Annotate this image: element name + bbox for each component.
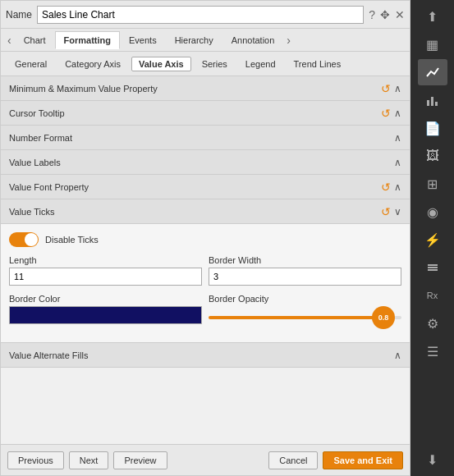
subtab-category-axis[interactable]: Category Axis [57, 57, 128, 71]
length-label: Length [9, 255, 202, 265]
nav-tabs: ‹ Chart Formatting Events Hierarchy Anno… [1, 29, 410, 52]
section-cursor-tooltip[interactable]: Cursor Tooltip ↺ ∧ [1, 101, 410, 126]
svg-rect-5 [428, 269, 438, 271]
tab-formatting[interactable]: Formatting [55, 31, 120, 49]
subtab-series[interactable]: Series [195, 57, 235, 71]
side-document-icon[interactable]: 📄 [418, 115, 447, 141]
chevron-up-min-max[interactable]: ∧ [394, 83, 401, 94]
subtab-general[interactable]: General [7, 57, 54, 71]
chevron-up-value-labels[interactable]: ∧ [394, 157, 401, 168]
footer-left: Previous Next Preview [7, 451, 167, 469]
section-min-max-label: Minimum & Maximum Value Property [9, 84, 381, 94]
section-number-format[interactable]: Number Format ∧ [1, 126, 410, 150]
section-value-font[interactable]: Value Font Property ↺ ∧ [1, 175, 410, 199]
disable-ticks-toggle[interactable] [9, 232, 39, 247]
side-panel: ⬆ ▦ 📄 🖼 ⊞ ◉ ⚡ Rx ⚙ ☰ ⬇ [410, 0, 454, 476]
chevron-down-ticks[interactable]: ∨ [394, 206, 401, 217]
side-gauge-icon[interactable]: ◉ [418, 199, 447, 225]
side-layers-icon[interactable] [418, 254, 447, 281]
footer-right: Cancel Save and Exit [268, 451, 403, 469]
section-alt-fills-icons: ∧ [394, 350, 401, 361]
section-min-max-icons: ↺ ∧ [381, 82, 401, 95]
svg-rect-3 [428, 264, 438, 266]
side-settings-icon[interactable]: ⚙ [418, 310, 447, 336]
border-width-input[interactable] [209, 268, 401, 286]
chevron-up-cursor[interactable]: ∧ [394, 108, 401, 119]
border-width-group: Border Width [209, 255, 401, 286]
subtab-legend[interactable]: Legend [238, 57, 283, 71]
sub-tabs: General Category Axis Value Axis Series … [1, 52, 410, 76]
border-width-label: Border Width [209, 255, 401, 265]
title-icons: ? ✥ ✕ [369, 8, 405, 21]
section-value-ticks-icons: ↺ ∨ [381, 205, 401, 218]
content-inner: Minimum & Maximum Value Property ↺ ∧ Cur… [1, 76, 410, 444]
section-number-label: Number Format [9, 133, 394, 143]
color-opacity-row: Border Color Border Opacity 0.8 [9, 294, 401, 329]
border-opacity-group: Border Opacity 0.8 [209, 294, 401, 329]
side-download-icon[interactable]: ⬇ [418, 446, 447, 473]
border-opacity-label: Border Opacity [209, 294, 401, 304]
content-area: Minimum & Maximum Value Property ↺ ∧ Cur… [1, 76, 410, 444]
chart-name-input[interactable] [37, 6, 364, 24]
cancel-button[interactable]: Cancel [268, 451, 318, 469]
value-ticks-content: Disable Ticks Length Border Width [1, 224, 410, 343]
section-min-max[interactable]: Minimum & Maximum Value Property ↺ ∧ [1, 76, 410, 101]
svg-rect-2 [435, 102, 438, 106]
name-label: Name [6, 9, 32, 21]
refresh-icon-ticks[interactable]: ↺ [381, 205, 391, 218]
side-plugin-icon[interactable]: ⚡ [418, 227, 447, 253]
refresh-icon-font[interactable]: ↺ [381, 181, 391, 194]
move-icon[interactable]: ✥ [380, 8, 390, 21]
border-color-swatch[interactable] [9, 306, 202, 324]
section-value-labels-icons: ∧ [394, 157, 401, 168]
close-icon[interactable]: ✕ [395, 8, 405, 21]
chevron-up-font[interactable]: ∧ [394, 181, 401, 193]
subtab-trend-lines[interactable]: Trend Lines [287, 57, 349, 71]
side-grid-icon[interactable]: ⊞ [418, 171, 447, 197]
section-alt-fills-label: Value Alternate Fills [9, 350, 394, 360]
toggle-knob [25, 233, 38, 246]
section-value-alt-fills[interactable]: Value Alternate Fills ∧ [1, 343, 410, 368]
length-input[interactable] [9, 268, 202, 286]
side-upload-icon[interactable]: ⬆ [418, 3, 447, 30]
refresh-icon-cursor[interactable]: ↺ [381, 107, 391, 120]
tab-chart[interactable]: Chart [15, 31, 55, 49]
section-cursor-icons: ↺ ∧ [381, 107, 401, 120]
side-rx-icon[interactable]: Rx [418, 282, 447, 309]
side-image-icon[interactable]: 🖼 [418, 143, 447, 169]
length-group: Length [9, 255, 202, 286]
subtab-value-axis[interactable]: Value Axis [131, 57, 191, 71]
section-value-ticks[interactable]: Value Ticks ↺ ∨ [1, 199, 410, 224]
nav-next-arrow[interactable]: › [283, 34, 294, 47]
help-icon[interactable]: ? [369, 8, 375, 21]
chevron-up-number[interactable]: ∧ [394, 132, 401, 144]
border-color-label: Border Color [9, 294, 202, 304]
next-button[interactable]: Next [69, 451, 109, 469]
nav-prev-arrow[interactable]: ‹ [4, 34, 15, 47]
tab-hierarchy[interactable]: Hierarchy [166, 31, 222, 49]
main-panel: Name ? ✥ ✕ ‹ Chart Formatting Events Hie… [0, 0, 410, 476]
tab-annotation[interactable]: Annotation [222, 31, 284, 49]
side-column-chart-icon[interactable] [418, 87, 447, 113]
side-stack-icon[interactable]: ☰ [418, 338, 447, 364]
chevron-up-alt-fills[interactable]: ∧ [394, 350, 401, 361]
tab-events[interactable]: Events [120, 31, 166, 49]
side-dashboard-icon[interactable]: ▦ [418, 31, 447, 57]
svg-rect-1 [431, 97, 433, 106]
opacity-slider-thumb[interactable]: 0.8 [372, 306, 395, 329]
section-cursor-label: Cursor Tooltip [9, 108, 381, 118]
border-color-group: Border Color [9, 294, 202, 329]
section-value-font-icons: ↺ ∧ [381, 181, 401, 194]
previous-button[interactable]: Previous [7, 451, 64, 469]
preview-button[interactable]: Preview [113, 451, 167, 469]
refresh-icon-min-max[interactable]: ↺ [381, 82, 391, 95]
length-borderwith-grid: Length Border Width [9, 255, 401, 286]
section-value-labels[interactable]: Value Labels ∧ [1, 150, 410, 175]
section-number-icons: ∧ [394, 132, 401, 144]
section-value-font-label: Value Font Property [9, 182, 381, 192]
save-exit-button[interactable]: Save and Exit [323, 451, 403, 469]
title-bar: Name ? ✥ ✕ [1, 1, 410, 29]
side-chart-icon[interactable] [418, 59, 447, 85]
opacity-slider-container: 0.8 [209, 306, 401, 329]
section-value-labels-label: Value Labels [9, 158, 394, 167]
